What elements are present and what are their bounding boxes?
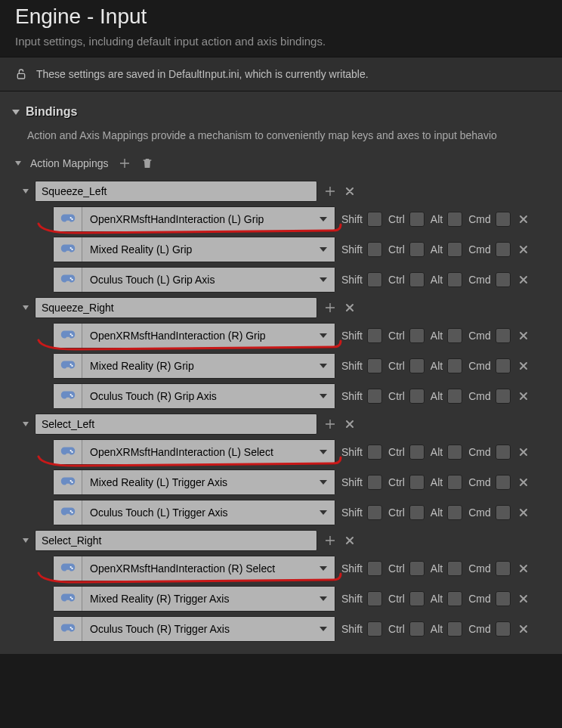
- key-selector[interactable]: Mixed Reality (L) Trigger Axis: [53, 469, 335, 495]
- modifier-checkbox[interactable]: [367, 328, 382, 343]
- key-icon-button[interactable]: [54, 556, 82, 581]
- modifier-checkbox[interactable]: [447, 475, 462, 490]
- add-binding-button[interactable]: [323, 184, 337, 198]
- key-icon-button[interactable]: [54, 440, 82, 464]
- key-selector[interactable]: Oculus Touch (R) Grip Axis: [53, 383, 335, 409]
- modifier-checkbox[interactable]: [496, 328, 511, 343]
- key-selector[interactable]: Oculus Touch (L) Grip Axis: [53, 267, 335, 293]
- delete-all-button[interactable]: [140, 156, 154, 170]
- modifier-checkbox[interactable]: [409, 591, 425, 606]
- modifier-checkbox[interactable]: [409, 621, 425, 637]
- modifier-checkbox[interactable]: [409, 212, 425, 227]
- remove-binding-button[interactable]: [517, 329, 530, 342]
- key-dropdown[interactable]: Mixed Reality (L) Trigger Axis: [82, 470, 335, 494]
- remove-action-button[interactable]: [343, 184, 357, 198]
- key-icon-button[interactable]: [54, 617, 82, 641]
- remove-binding-button[interactable]: [517, 562, 530, 575]
- modifier-checkbox[interactable]: [447, 561, 462, 576]
- remove-binding-button[interactable]: [517, 445, 530, 459]
- key-icon-button[interactable]: [54, 207, 82, 231]
- key-dropdown[interactable]: Mixed Reality (R) Trigger Axis: [82, 587, 335, 611]
- modifier-checkbox[interactable]: [496, 561, 511, 576]
- key-selector[interactable]: Oculus Touch (L) Trigger Axis: [53, 500, 335, 525]
- modifier-checkbox[interactable]: [447, 242, 462, 257]
- add-binding-button[interactable]: [323, 534, 337, 547]
- key-dropdown[interactable]: Oculus Touch (R) Grip Axis: [82, 384, 335, 408]
- modifier-checkbox[interactable]: [447, 272, 462, 287]
- remove-binding-button[interactable]: [517, 622, 530, 636]
- add-binding-button[interactable]: [323, 301, 337, 314]
- action-name-input[interactable]: [35, 414, 317, 435]
- key-dropdown[interactable]: OpenXRMsftHandInteraction (R) Select: [82, 556, 335, 581]
- key-selector[interactable]: OpenXRMsftHandInteraction (R) Select: [53, 556, 335, 581]
- key-selector[interactable]: OpenXRMsftHandInteraction (R) Grip: [53, 323, 335, 349]
- modifier-checkbox[interactable]: [447, 445, 462, 460]
- modifier-checkbox[interactable]: [367, 561, 382, 576]
- key-icon-button[interactable]: [54, 237, 82, 262]
- add-mapping-button[interactable]: [118, 156, 131, 170]
- modifier-checkbox[interactable]: [367, 621, 382, 637]
- key-icon-button[interactable]: [54, 500, 82, 525]
- modifier-checkbox[interactable]: [409, 358, 425, 373]
- modifier-checkbox[interactable]: [496, 389, 511, 404]
- disclosure-icon[interactable]: [23, 538, 29, 543]
- modifier-checkbox[interactable]: [409, 445, 425, 460]
- modifier-checkbox[interactable]: [367, 505, 382, 520]
- remove-binding-button[interactable]: [517, 476, 530, 489]
- modifier-checkbox[interactable]: [447, 212, 462, 227]
- key-dropdown[interactable]: Oculus Touch (L) Grip Axis: [82, 268, 335, 292]
- modifier-checkbox[interactable]: [409, 272, 425, 287]
- remove-binding-button[interactable]: [517, 273, 530, 287]
- key-selector[interactable]: OpenXRMsftHandInteraction (L) Select: [53, 439, 335, 465]
- key-selector[interactable]: OpenXRMsftHandInteraction (L) Grip: [53, 206, 335, 232]
- modifier-checkbox[interactable]: [409, 328, 425, 343]
- remove-binding-button[interactable]: [517, 243, 530, 256]
- key-icon-button[interactable]: [54, 268, 82, 292]
- remove-binding-button[interactable]: [517, 592, 530, 606]
- modifier-checkbox[interactable]: [496, 475, 511, 490]
- key-dropdown[interactable]: OpenXRMsftHandInteraction (L) Grip: [82, 207, 335, 231]
- remove-action-button[interactable]: [343, 301, 357, 314]
- modifier-checkbox[interactable]: [496, 242, 511, 257]
- key-icon-button[interactable]: [54, 384, 82, 408]
- key-icon-button[interactable]: [54, 470, 82, 494]
- modifier-checkbox[interactable]: [447, 358, 462, 373]
- modifier-checkbox[interactable]: [496, 505, 511, 520]
- modifier-checkbox[interactable]: [447, 505, 462, 520]
- key-selector[interactable]: Mixed Reality (R) Grip: [53, 353, 335, 379]
- key-selector[interactable]: Mixed Reality (R) Trigger Axis: [53, 586, 335, 612]
- key-dropdown[interactable]: Mixed Reality (R) Grip: [82, 354, 335, 378]
- modifier-checkbox[interactable]: [496, 445, 511, 460]
- disclosure-icon[interactable]: [15, 161, 21, 166]
- modifier-checkbox[interactable]: [367, 475, 382, 490]
- modifier-checkbox[interactable]: [367, 591, 382, 606]
- action-name-input[interactable]: [35, 530, 317, 551]
- modifier-checkbox[interactable]: [409, 242, 425, 257]
- modifier-checkbox[interactable]: [409, 475, 425, 490]
- modifier-checkbox[interactable]: [367, 358, 382, 373]
- remove-binding-button[interactable]: [517, 389, 530, 403]
- key-selector[interactable]: Oculus Touch (R) Trigger Axis: [53, 616, 335, 642]
- disclosure-icon[interactable]: [23, 422, 29, 426]
- modifier-checkbox[interactable]: [447, 621, 462, 637]
- modifier-checkbox[interactable]: [447, 591, 462, 606]
- disclosure-icon[interactable]: [23, 305, 29, 310]
- key-icon-button[interactable]: [54, 587, 82, 611]
- modifier-checkbox[interactable]: [496, 591, 511, 606]
- modifier-checkbox[interactable]: [496, 358, 511, 373]
- key-icon-button[interactable]: [54, 324, 82, 348]
- remove-action-button[interactable]: [343, 534, 357, 547]
- bindings-section-header[interactable]: Bindings: [0, 99, 562, 125]
- key-selector[interactable]: Mixed Reality (L) Grip: [53, 237, 335, 262]
- modifier-checkbox[interactable]: [447, 389, 462, 404]
- key-dropdown[interactable]: Oculus Touch (R) Trigger Axis: [82, 617, 335, 641]
- modifier-checkbox[interactable]: [409, 389, 425, 404]
- remove-binding-button[interactable]: [517, 212, 530, 226]
- action-name-input[interactable]: [35, 297, 317, 318]
- modifier-checkbox[interactable]: [367, 445, 382, 460]
- key-dropdown[interactable]: Mixed Reality (L) Grip: [82, 237, 335, 262]
- modifier-checkbox[interactable]: [496, 212, 511, 227]
- modifier-checkbox[interactable]: [496, 621, 511, 637]
- modifier-checkbox[interactable]: [409, 561, 425, 576]
- disclosure-icon[interactable]: [12, 110, 20, 115]
